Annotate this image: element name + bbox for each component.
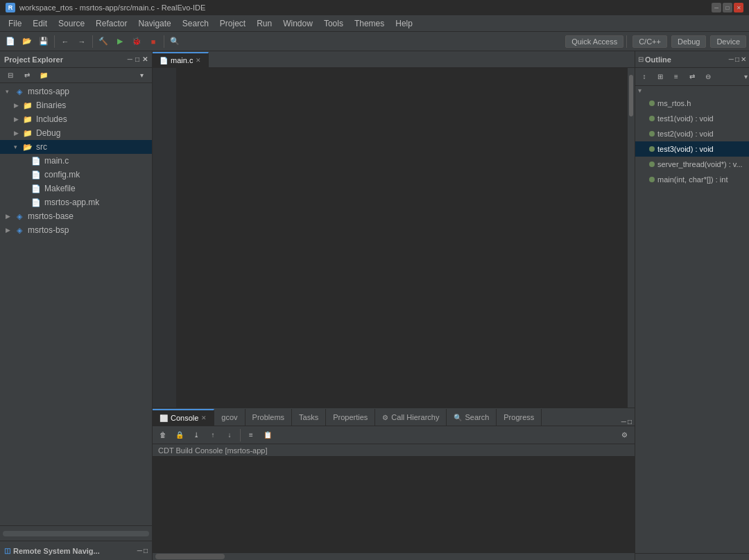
- tree-chevron[interactable]: ▾: [134, 68, 149, 83]
- outline-item-ms-rtos-h[interactable]: ms_rtos.h: [635, 96, 749, 111]
- tree-item-src[interactable]: ▾ 📂 src: [0, 140, 152, 154]
- outline-sync[interactable]: ⇄: [685, 69, 700, 85]
- outline-label-test3: test3(void) : void: [657, 145, 714, 153]
- left-panel-hscroll-thumb[interactable]: [3, 531, 149, 536]
- console-scroll-lock[interactable]: 🔒: [172, 428, 187, 443]
- menu-window[interactable]: Window: [277, 17, 318, 30]
- tree-item-binaries[interactable]: ▶ 📁 Binaries: [0, 98, 152, 112]
- perspective-device-button[interactable]: Device: [710, 35, 746, 48]
- tree-item-config-mk[interactable]: ▶ 📄 config.mk: [0, 168, 152, 182]
- menu-edit[interactable]: Edit: [27, 17, 53, 30]
- console-maximize[interactable]: □: [628, 418, 632, 426]
- outline-minimize[interactable]: ─: [729, 55, 734, 63]
- menu-source[interactable]: Source: [53, 17, 90, 30]
- console-close[interactable]: ✕: [201, 414, 207, 421]
- toolbar-run[interactable]: ▶: [112, 34, 128, 49]
- toolbar-new[interactable]: 📄: [3, 34, 18, 49]
- tree-item-debug[interactable]: ▶ 📁 Debug: [0, 126, 152, 140]
- console-copy[interactable]: 📋: [260, 428, 275, 443]
- tree-item-msrtos-app[interactable]: ▾ ◈ msrtos-app: [0, 85, 152, 98]
- menu-run[interactable]: Run: [251, 17, 277, 30]
- tree-item-msrtos-bsp[interactable]: ▶ ◈ msrtos-bsp: [0, 223, 152, 237]
- toolbar-save[interactable]: 💾: [36, 34, 51, 49]
- right-panel-hscroll[interactable]: [635, 553, 749, 560]
- console-tab-console[interactable]: ⬜ Console ✕: [153, 409, 214, 426]
- console-tab-gcov[interactable]: gcov: [214, 409, 245, 426]
- project-explorer-minimize[interactable]: ─: [128, 55, 132, 63]
- remote-panel-maximize[interactable]: □: [144, 547, 148, 554]
- call-hierarchy-tab-label: Call Hierarchy: [391, 413, 439, 421]
- console-tab-properties[interactable]: Properties: [326, 409, 375, 426]
- tab-main-c[interactable]: 📄 main.c ✕: [153, 52, 209, 67]
- tree-new-folder[interactable]: 📁: [36, 68, 51, 83]
- outline-hide-fields[interactable]: ≡: [669, 69, 684, 85]
- outline-item-test3[interactable]: test3(void) : void: [635, 141, 749, 157]
- remote-system-panel[interactable]: ◫ Remote System Navig... ─ □: [0, 541, 152, 560]
- console-tab-search[interactable]: 🔍 Search: [447, 409, 497, 426]
- toolbar-stop[interactable]: ■: [146, 34, 161, 49]
- tree-item-main-c[interactable]: ▶ 📄 main.c: [0, 154, 152, 168]
- menu-tools[interactable]: Tools: [318, 17, 349, 30]
- outline-sort[interactable]: ↕: [637, 69, 652, 85]
- outline-controls: ─ □ ✕: [729, 55, 746, 63]
- console-hscroll-thumb[interactable]: [155, 554, 225, 559]
- outline-item-test1[interactable]: test1(void) : void: [635, 111, 749, 126]
- menu-themes[interactable]: Themes: [349, 17, 390, 30]
- tree-item-makefile[interactable]: ▶ 📄 Makefile: [0, 182, 152, 195]
- tree-item-includes[interactable]: ▶ 📁 Includes: [0, 112, 152, 126]
- console-scroll-end[interactable]: ⤓: [189, 428, 204, 443]
- menu-help[interactable]: Help: [390, 17, 418, 30]
- search-tab-label: Search: [465, 413, 489, 421]
- project-explorer-close[interactable]: ✕: [142, 55, 148, 63]
- console-minimize[interactable]: ─: [621, 418, 626, 426]
- menu-project[interactable]: Project: [214, 17, 251, 30]
- outline-item-main[interactable]: main(int, char*[]) : int: [635, 172, 749, 187]
- console-clear[interactable]: 🗑: [155, 428, 171, 443]
- left-panel-scrollbar[interactable]: [0, 525, 152, 541]
- outline-maximize[interactable]: □: [735, 55, 739, 63]
- console-scroll-up[interactable]: ↑: [205, 428, 221, 443]
- outline-item-test2[interactable]: test2(void) : void: [635, 126, 749, 141]
- project-explorer-maximize[interactable]: □: [135, 55, 139, 63]
- toolbar-back[interactable]: ←: [58, 34, 73, 49]
- console-tab-tasks[interactable]: Tasks: [292, 409, 326, 426]
- perspective-debug-button[interactable]: Debug: [671, 35, 706, 48]
- code-content[interactable]: [176, 68, 628, 408]
- outline-collapse[interactable]: ⊖: [700, 69, 716, 85]
- outline-item-server-thread[interactable]: server_thread(void*) : v...: [635, 157, 749, 172]
- tree-item-msrtos-base[interactable]: ▶ ◈ msrtos-base: [0, 209, 152, 223]
- menu-refactor[interactable]: Refactor: [90, 17, 132, 30]
- menu-search[interactable]: Search: [177, 17, 214, 30]
- tree-item-msrtos-app-mk[interactable]: ▶ 📄 msrtos-app.mk: [0, 195, 152, 209]
- console-hscroll[interactable]: [153, 553, 635, 560]
- maximize-button[interactable]: □: [723, 3, 732, 12]
- menu-navigate[interactable]: Navigate: [132, 17, 176, 30]
- console-preferences[interactable]: ⚙: [617, 428, 632, 443]
- toolbar-open[interactable]: 📂: [19, 34, 35, 49]
- toolbar-search[interactable]: 🔍: [167, 34, 182, 49]
- outline-close[interactable]: ✕: [741, 55, 746, 63]
- perspective-cpp-button[interactable]: C/C++: [632, 35, 667, 48]
- console-tab-problems[interactable]: Problems: [246, 409, 292, 426]
- quick-access-button[interactable]: Quick Access: [565, 35, 623, 48]
- toolbar-build[interactable]: 🔨: [96, 34, 111, 49]
- toolbar-forward[interactable]: →: [74, 34, 89, 49]
- console-tab-call-hierarchy[interactable]: ⚙ Call Hierarchy: [375, 409, 447, 426]
- console-tab-progress[interactable]: Progress: [497, 409, 542, 426]
- console-content[interactable]: [153, 457, 635, 553]
- tab-close-main-c[interactable]: ✕: [196, 57, 201, 64]
- console-scroll-down[interactable]: ↓: [222, 428, 237, 443]
- close-button[interactable]: ✕: [734, 3, 743, 12]
- menu-file[interactable]: File: [3, 17, 27, 30]
- remote-panel-minimize[interactable]: ─: [137, 547, 142, 554]
- outline-expand-icon[interactable]: ▾: [638, 87, 642, 94]
- outline-filter[interactable]: ⊞: [653, 69, 668, 85]
- console-word-wrap[interactable]: ≡: [243, 428, 259, 443]
- minimize-button[interactable]: ─: [712, 3, 721, 12]
- tree-collapse-all[interactable]: ⊟: [3, 68, 18, 83]
- toolbar-debug[interactable]: 🐞: [129, 34, 144, 49]
- editor-scroll-thumb[interactable]: [629, 75, 633, 116]
- tree-link-editor[interactable]: ⇄: [19, 68, 35, 83]
- outline-chevron[interactable]: ▾: [744, 73, 748, 80]
- editor-scrollbar[interactable]: [628, 68, 635, 408]
